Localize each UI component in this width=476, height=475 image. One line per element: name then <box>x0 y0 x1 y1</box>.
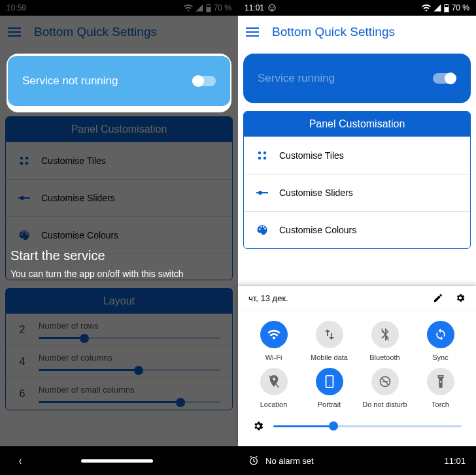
content-area: Service running Panel Customisation Cust… <box>238 48 476 254</box>
svg-point-20 <box>258 191 262 195</box>
tiles-icon <box>256 149 269 162</box>
customise-sliders-row[interactable]: Customise Sliders <box>6 179 232 216</box>
qs-tile-portrait[interactable]: Portrait <box>301 368 357 408</box>
customise-tiles-row[interactable]: Customise Tiles <box>6 142 232 179</box>
qs-tile-mobile-data[interactable]: Mobile data <box>301 321 357 361</box>
svg-point-24 <box>329 385 330 386</box>
svg-point-16 <box>264 152 267 155</box>
layout-heading: Layout <box>6 289 232 314</box>
qs-tile-bluetooth[interactable]: Bluetooth <box>357 321 413 361</box>
torch-icon <box>427 368 454 395</box>
svg-rect-2 <box>207 7 210 12</box>
row-label: Customise Colours <box>41 230 118 240</box>
menu-icon[interactable] <box>8 27 21 37</box>
qs-tile-torch[interactable]: Torch <box>413 368 468 408</box>
panel-customisation-card: Panel Customisation Customise Tiles Cust… <box>243 111 471 249</box>
layout-slider[interactable] <box>39 337 220 339</box>
layout-row-columns[interactable]: 4 Number of columns <box>6 346 232 378</box>
mobile-data-icon <box>316 321 343 348</box>
layout-row-small-columns[interactable]: 6 Number of small columns <box>6 378 232 410</box>
svg-point-4 <box>26 157 29 160</box>
status-time: 11:01 <box>245 3 264 12</box>
app-title: Bottom Quick Settings <box>272 25 395 39</box>
layout-slider[interactable] <box>39 401 220 403</box>
layout-slider[interactable] <box>39 369 220 371</box>
status-battery: 70 % <box>452 3 469 12</box>
alarm-bar: No alarm set 11:01 <box>238 446 476 475</box>
svg-rect-13 <box>445 4 447 5</box>
qs-date: чт, 13 дек. <box>248 293 288 303</box>
app-bar: Bottom Quick Settings <box>0 16 238 48</box>
settings-icon[interactable] <box>455 293 466 303</box>
qs-tile-sync[interactable]: Sync <box>413 321 468 361</box>
status-right: 70 % <box>422 3 469 12</box>
sliders-icon <box>256 186 269 199</box>
qs-tile-grid: Wi-Fi Mobile data Bluetooth Sync Locatio… <box>238 310 476 414</box>
panel-heading: Panel Customisation <box>6 117 232 142</box>
layout-value: 4 <box>18 356 27 368</box>
svg-point-11 <box>273 7 274 8</box>
nav-recents-button[interactable] <box>212 457 220 465</box>
qs-tile-dnd[interactable]: Do not disturb <box>357 368 413 408</box>
tile-label: Location <box>260 401 288 408</box>
menu-icon[interactable] <box>246 27 259 37</box>
panel-heading: Panel Customisation <box>244 112 470 137</box>
svg-point-5 <box>20 162 24 165</box>
qs-tile-wifi[interactable]: Wi-Fi <box>246 321 301 361</box>
row-label: Customise Tiles <box>279 150 344 161</box>
layout-label: Number of rows <box>39 321 220 331</box>
nav-back-button[interactable]: ‹ <box>19 454 22 468</box>
colours-icon <box>18 229 31 242</box>
service-switch[interactable] <box>433 73 456 84</box>
dnd-icon <box>371 368 399 395</box>
portrait-icon <box>316 368 343 395</box>
tutorial-body: You can turn the app on/off with this sw… <box>10 269 228 279</box>
customise-colours-row[interactable]: Customise Colours <box>244 211 470 248</box>
tutorial-heading: Start the service <box>10 248 228 263</box>
edit-icon[interactable] <box>433 293 443 303</box>
phone-right: 11:01 70 % Bottom Quick Settings Service… <box>238 0 476 475</box>
tile-label: Portrait <box>318 401 341 408</box>
status-time: 10:59 <box>7 3 26 12</box>
status-battery: 70 % <box>214 3 231 12</box>
bluetooth-icon <box>371 321 399 348</box>
app-bar: Bottom Quick Settings <box>238 16 476 48</box>
alarm-time: 11:01 <box>444 456 466 466</box>
customise-sliders-row[interactable]: Customise Sliders <box>244 174 470 211</box>
svg-point-6 <box>26 162 29 165</box>
sliders-icon <box>18 191 31 205</box>
layout-row-rows[interactable]: 2 Number of rows <box>6 314 232 346</box>
nav-home-button[interactable] <box>81 459 153 463</box>
svg-point-9 <box>269 5 275 11</box>
brightness-slider-row <box>238 414 476 438</box>
svg-point-8 <box>20 196 24 200</box>
tile-label: Do not disturb <box>362 401 407 408</box>
location-icon <box>260 368 288 395</box>
wifi-icon <box>422 4 431 12</box>
svg-rect-14 <box>445 7 448 12</box>
status-right: 70 % <box>184 3 231 12</box>
status-bar: 11:01 70 % <box>238 0 476 16</box>
tile-label: Torch <box>432 401 449 408</box>
layout-label: Number of columns <box>39 353 220 363</box>
sync-icon <box>427 321 454 348</box>
face-icon <box>268 4 276 12</box>
tile-label: Wi-Fi <box>265 353 282 361</box>
layout-label: Number of small columns <box>39 385 220 395</box>
battery-icon <box>444 4 449 12</box>
brightness-icon[interactable] <box>252 420 264 432</box>
tutorial-text: Start the service You can turn the app o… <box>10 248 228 279</box>
qs-tile-location[interactable]: Location <box>246 368 301 408</box>
phone-left: 10:59 70 % Bottom Quick Settings Service… <box>0 0 238 475</box>
brightness-slider[interactable] <box>273 425 462 427</box>
tutorial-spotlight <box>7 54 231 112</box>
battery-icon <box>206 4 211 12</box>
service-toggle-card[interactable]: Service running <box>243 54 471 103</box>
customise-tiles-row[interactable]: Customise Tiles <box>244 137 470 174</box>
signal-icon <box>196 4 203 12</box>
app-title: Bottom Quick Settings <box>34 25 157 39</box>
row-label: Customise Tiles <box>41 156 106 166</box>
wifi-icon <box>184 4 193 12</box>
tiles-icon <box>18 154 31 167</box>
qs-header: чт, 13 дек. <box>238 286 476 310</box>
